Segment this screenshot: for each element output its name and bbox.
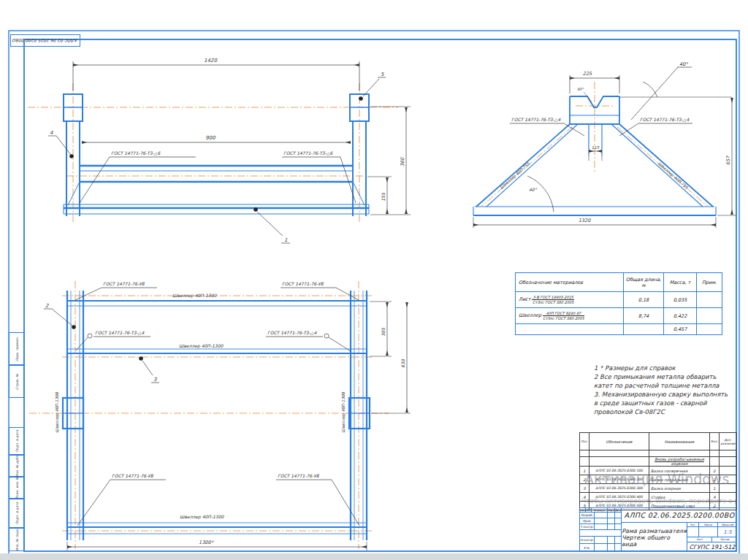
side-weld-left-label: ГОСТ 14771-76-Т3-△4 [511, 117, 560, 122]
side-stamp-cell: Справ. № [9, 365, 24, 398]
side-dimensions [473, 67, 736, 228]
material-prefix: Швеллер [519, 312, 541, 318]
front-weld-left-label: ГОСТ 14771-76-Т3-△6 [111, 150, 161, 156]
tb-date-cell [615, 524, 622, 530]
plan-label-col-left: Швеллер 40П-1300 [55, 392, 60, 433]
corner-stamp: АЛПС 02.06.2025.0200.00ВО [10, 34, 80, 47]
side-stamp-cell: Подп. и дата [9, 427, 24, 455]
plan-label-top-beam: Швеллер 40П-1300 [172, 293, 217, 299]
front-dimensions [48, 61, 411, 243]
plan-label-col-right: Швеллер 40П-1300 [341, 392, 346, 433]
side-stamp-cell: Инв. № подл. [9, 528, 24, 551]
tb-sheets-label: Листов [712, 537, 737, 542]
tb-role-tkontr: Т.контр. [580, 524, 595, 530]
side-stamp-label: Взам. инв. № [15, 477, 18, 499]
side-angle-notch: 90° [577, 87, 584, 91]
material-empty-cell [624, 324, 664, 335]
tb-sheet-label: Лист [687, 537, 712, 542]
front-callout-1: 1 [284, 237, 287, 243]
material-header-designation: Обозначение материалов [516, 273, 624, 292]
spec-header-designation: Обозначение [589, 433, 649, 450]
spec-header-name: Наименование [649, 433, 710, 450]
side-stamp-cell: Инв. № дубл. [9, 455, 24, 477]
spec-header-qty: Кол. [710, 433, 720, 450]
side-stamp-cell: Подп. и дата [9, 499, 24, 528]
tb-sign-cell [608, 513, 615, 518]
corner-stamp-text: АЛПС 02.06.2025.0200.00ВО [12, 38, 77, 43]
material-row: Лист3-В ГОСТ 19903-2015Ст3пс ГОСТ 380-20… [516, 292, 722, 308]
plan-weld-top-left: ГОСТ 14771-76-У8 [103, 281, 145, 286]
plan-weld-bottom-right: ГОСТ 14771-76-У8 [278, 473, 320, 478]
side-stamp-cell: Взам. инв. № [9, 477, 24, 499]
front-centerlines [28, 83, 398, 223]
tb-blank-row [580, 530, 622, 537]
spec-section-title: Вновь разрабатываемые изделия [649, 457, 710, 467]
material-row: Швеллер40П ГОСТ 8240-97Ст3пс ГОСТ 380-20… [516, 308, 722, 324]
side-view: 225 40° 90° 115 ГОСТ 14771-76-Т3-△4 ГОСТ… [473, 61, 736, 228]
plan-structure [63, 291, 370, 540]
tb-sign-cell [608, 524, 615, 530]
windows-activation-watermark: Активация Windows [584, 471, 729, 487]
tb-sign-cell [608, 518, 615, 524]
bottom-strip [0, 553, 748, 560]
material-gost-bottom: Ст3пс ГОСТ 380-2005 [532, 300, 574, 304]
spec-header-pos: Поз. [580, 433, 589, 450]
plan-weld-top-right: ГОСТ 14771-76-У8 [282, 281, 324, 286]
front-callout-5: 5 [381, 72, 384, 77]
material-header-length: Общая длина, м [624, 273, 664, 292]
material-empty-cell [516, 324, 624, 335]
spec-blank-row [580, 450, 737, 457]
plan-weld-mid-right: ГОСТ 14771-76-Т3-△4 [267, 330, 316, 335]
side-stamp-label: Инв. № подл. [15, 528, 18, 551]
front-weld-right-label: ГОСТ 14771-76-Т3-△6 [283, 150, 333, 156]
plan-weld-mid-left: ГОСТ 14771-76-Т3-△4 [95, 330, 144, 335]
tb-lit-value [687, 527, 699, 537]
tb-name-cell [595, 513, 608, 518]
side-slope-label-right: Швеллер 40П-755 [657, 161, 689, 191]
tb-role-razrab: Разраб. [580, 513, 595, 518]
tb-title: Рама разматывателя Чертеж общего вида [622, 523, 687, 552]
material-header-row: Обозначение материалов Общая длина, м Ма… [516, 273, 722, 292]
front-dim-inner: 900 [205, 135, 215, 141]
tb-role-utv: Утв. [580, 544, 595, 552]
material-fraction: 3-В ГОСТ 19903-2015Ст3пс ГОСТ 380-2005 [532, 295, 574, 304]
note-line: проволокой Св-08Г2С [594, 407, 744, 416]
side-weld-right-label: ГОСТ 14771-76-Т3-△4 [640, 117, 689, 122]
material-mass: 0,422 [664, 308, 697, 324]
side-dim-height: 657 [725, 156, 731, 165]
front-view: 1420 900 360 155 ГОСТ 14771-76-Т3-△6 ГОС… [28, 58, 411, 243]
plan-callout-2: 2 [45, 303, 49, 309]
tb-date-cell [615, 513, 622, 518]
tb-role-nkontr: Н.контр. [580, 537, 595, 544]
note-line: в среде защитных газов - сварной [594, 399, 744, 407]
tb-name-cell [595, 524, 608, 530]
material-empty-cell [697, 324, 722, 335]
tb-date-cell [615, 544, 622, 552]
side-dim-top: 225 [583, 71, 592, 77]
tb-name-cell [595, 537, 608, 544]
drawing-page: 1420 900 360 155 ГОСТ 14771-76-Т3-△6 ГОС… [0, 0, 748, 560]
material-total-row: 0,457 [516, 324, 722, 335]
material-prefix: Лист [519, 296, 530, 302]
note-line: катет по расчетной толщине металла [594, 381, 744, 390]
side-stamp-label: Подп. и дата [15, 502, 18, 525]
material-length: 0,18 [624, 292, 664, 308]
tb-sign-cell [608, 537, 615, 544]
plan-dim-mid-inner: 305 [381, 327, 386, 337]
spec-header-note: Доп. указание [720, 433, 737, 450]
side-stamp-label: Подп. и дата [15, 430, 18, 453]
front-callout-4: 4 [50, 130, 53, 136]
material-gost-bottom: Ст3пс ГОСТ 380-2005 [543, 316, 584, 321]
callout-dot [359, 96, 363, 101]
tb-org: СГУПС 191-512 [687, 542, 737, 552]
technical-notes: 1 * Размеры для справок 2 Все примыкания… [594, 364, 744, 416]
side-dim-base: 1320 [579, 218, 591, 223]
material-note-cell [697, 308, 722, 324]
callout-dot [139, 356, 143, 361]
tb-mass-value [699, 527, 718, 537]
tb-doc-number: АЛПС 02.06.2025.0200.00ВО [622, 508, 737, 523]
side-stamp-label: Инв. № дубл. [15, 455, 18, 477]
material-header-mass: Масса, т [664, 273, 697, 292]
plan-label-bottom-beam: Швеллер 40П-1300 [180, 514, 224, 520]
side-centerlines [482, 82, 707, 206]
